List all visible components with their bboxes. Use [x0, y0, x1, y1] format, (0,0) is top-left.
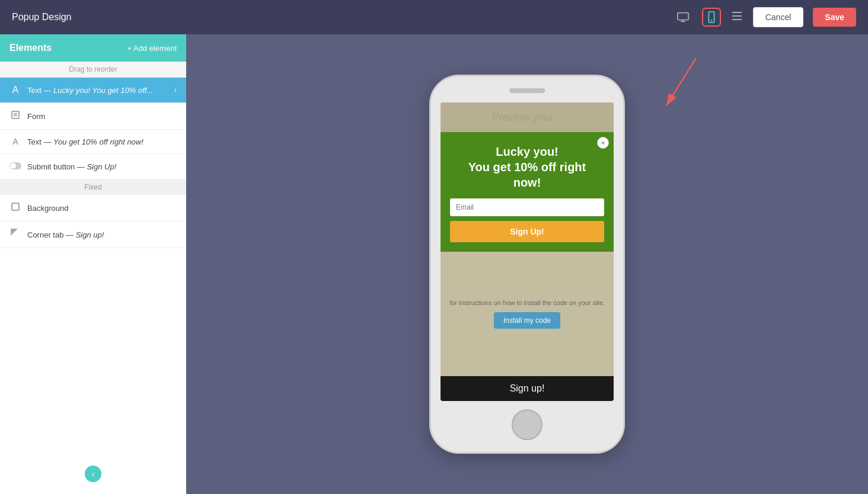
save-button[interactable]: Save: [813, 8, 856, 27]
svg-rect-13: [12, 203, 19, 210]
header: Popup Design Cancel Save: [0, 0, 868, 34]
sidebar-item-form[interactable]: Form: [0, 103, 186, 130]
sidebar-item-label-submit: Submit button — Sign Up!: [27, 162, 177, 171]
sidebar-item-submit[interactable]: Submit button — Sign Up!: [0, 154, 186, 179]
menu-icon[interactable]: [730, 9, 743, 25]
phone-screen: Preview your... × Lucky you!You get 10% …: [441, 102, 614, 401]
sidebar-item-text-lucky[interactable]: A Text — Lucky you! You get 10% off... ›: [0, 78, 186, 103]
phone-speaker: [509, 88, 545, 93]
phone-mockup: Preview your... × Lucky you!You get 10% …: [429, 75, 625, 454]
sidebar-item-label-corner-tab: Corner tab — Sign up!: [27, 230, 177, 239]
drag-hint: Drag to reorder: [0, 62, 186, 78]
popup-backdrop-top: [441, 102, 614, 132]
popup-signup-button[interactable]: Sign Up!: [450, 221, 604, 242]
svg-point-12: [10, 163, 16, 169]
popup-title: Lucky you!You get 10% off rightnow!: [450, 144, 604, 190]
sidebar-item-text-youget[interactable]: A Text — You get 10% off right now!: [0, 130, 186, 154]
install-code-button[interactable]: Install my code: [494, 312, 560, 329]
add-element-button[interactable]: + Add element: [127, 44, 177, 53]
form-icon: [9, 110, 21, 122]
cancel-button[interactable]: Cancel: [753, 7, 804, 27]
canvas: Preview your... × Lucky you!You get 10% …: [186, 34, 868, 494]
svg-line-16: [666, 58, 696, 105]
header-actions: Cancel Save: [674, 7, 856, 27]
sidebar-item-label-form: Form: [27, 112, 177, 121]
collapse-sidebar-button[interactable]: ‹: [85, 466, 101, 482]
popup-modal: × Lucky you!You get 10% off rightnow! Si…: [441, 132, 614, 252]
text-icon-2: A: [9, 137, 21, 146]
sidebar-item-label-text-lucky: Text — Lucky you! You get 10% off...: [27, 86, 168, 95]
popup-close-button[interactable]: ×: [597, 137, 609, 149]
mobile-view-icon[interactable]: [702, 8, 721, 27]
page-title: Popup Design: [12, 12, 72, 23]
popup-overlay: × Lucky you!You get 10% off rightnow! Si…: [441, 102, 614, 401]
chevron-right-icon: ›: [174, 86, 177, 94]
svg-rect-0: [678, 13, 688, 20]
sidebar-item-background[interactable]: Background: [0, 195, 186, 222]
corner-tab-icon: [9, 229, 21, 240]
background-icon: [9, 202, 21, 214]
arrow-annotation: [643, 52, 714, 123]
sidebar-title: Elements: [9, 43, 52, 53]
sidebar-item-label-background: Background: [27, 204, 177, 213]
sidebar-item-corner-tab[interactable]: Corner tab — Sign up!: [0, 222, 186, 248]
install-instructions-text: for instructions on how to install the c…: [449, 299, 605, 306]
popup-backdrop-bottom: for instructions on how to install the c…: [441, 252, 614, 376]
sidebar: Elements + Add element Drag to reorder A…: [0, 34, 186, 494]
toggle-icon: [9, 161, 21, 172]
sidebar-header: Elements + Add element: [0, 34, 186, 62]
desktop-view-icon[interactable]: [674, 8, 693, 27]
phone-home-button[interactable]: [512, 409, 542, 440]
fixed-section-label: Fixed: [0, 179, 186, 195]
corner-tab-bar[interactable]: Sign up!: [441, 376, 614, 401]
svg-marker-14: [11, 229, 18, 236]
sidebar-item-label-youget: Text — You get 10% off right now!: [27, 137, 177, 146]
text-icon: A: [9, 85, 21, 95]
main-layout: Elements + Add element Drag to reorder A…: [0, 34, 868, 494]
svg-rect-8: [12, 111, 19, 118]
popup-email-input[interactable]: [450, 198, 604, 216]
